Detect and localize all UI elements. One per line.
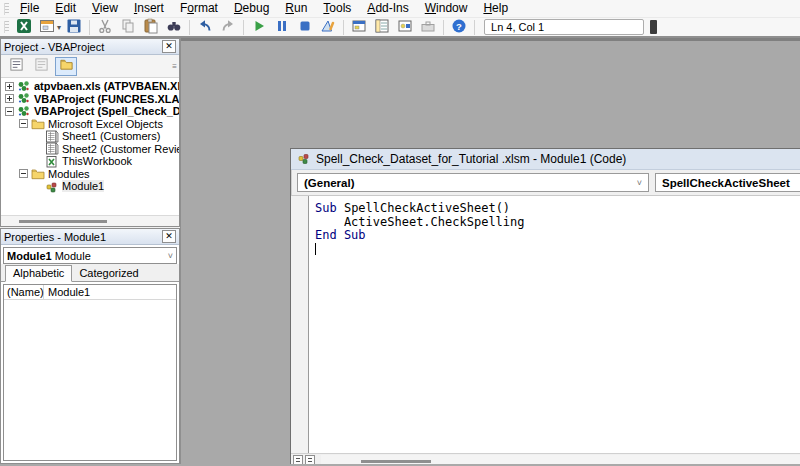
menu-edit[interactable]: Edit	[48, 0, 83, 17]
code-window-bottom-bar	[291, 453, 800, 464]
tab-alphabetic[interactable]: Alphabetic	[5, 265, 72, 282]
project-explorer-icon	[351, 18, 367, 37]
tree-item-sheet1[interactable]: Sheet1 (Customers)	[1, 130, 179, 143]
property-row-name[interactable]: (Name) Module1	[4, 285, 176, 300]
tree-item-modules-folder[interactable]: Modules	[1, 168, 179, 181]
paste-icon	[143, 18, 159, 37]
reset-button[interactable]	[295, 18, 315, 36]
toolbox-icon	[420, 18, 436, 37]
expand-icon[interactable]	[5, 94, 14, 103]
scrollbar-thumb[interactable]	[361, 460, 431, 463]
collapse-icon[interactable]	[5, 107, 14, 116]
tree-item-thisworkbook[interactable]: ThisWorkbook	[1, 155, 179, 168]
project-explorer-button[interactable]	[349, 18, 369, 36]
copy-button[interactable]	[118, 18, 138, 36]
insert-dropdown-caret[interactable]: ▾	[57, 23, 61, 32]
help-button[interactable]: ?	[449, 18, 469, 36]
margin-indicator-bar[interactable]	[291, 196, 309, 453]
procedure-dropdown[interactable]: SpellCheckActiveSheet	[655, 173, 800, 192]
close-icon[interactable]: ✕	[162, 40, 176, 53]
view-excel-button[interactable]	[14, 18, 34, 36]
property-value-cell[interactable]: Module1	[44, 286, 90, 298]
menu-debug[interactable]: Debug	[227, 0, 276, 17]
chevron-down-icon: ˅	[637, 178, 642, 188]
find-button[interactable]	[164, 18, 184, 36]
toolbar-separator	[189, 20, 190, 35]
properties-window-icon	[374, 18, 390, 37]
menu-run[interactable]: Run	[278, 0, 314, 17]
menu-tools[interactable]: Tools	[316, 0, 358, 17]
save-button[interactable]	[64, 18, 84, 36]
worksheet-icon	[45, 142, 59, 155]
break-button[interactable]	[272, 18, 292, 36]
properties-window-button[interactable]	[372, 18, 392, 36]
code-window-titlebar[interactable]: Spell_Check_Dataset_for_Tutorial .xlsm -…	[291, 149, 800, 170]
tab-categorized[interactable]: Categorized	[72, 266, 145, 281]
expand-icon[interactable]	[5, 82, 14, 91]
toolbar-separator	[343, 20, 344, 35]
toolbar-separator	[443, 20, 444, 35]
redo-button[interactable]	[218, 18, 238, 36]
menu-insert[interactable]: Insert	[127, 0, 171, 17]
cut-button[interactable]	[95, 18, 115, 36]
code-horizontal-scrollbar[interactable]	[321, 455, 800, 465]
run-button[interactable]	[249, 18, 269, 36]
help-icon: ?	[451, 18, 467, 37]
toolbar-grip[interactable]	[4, 21, 9, 33]
folder-icon	[31, 117, 45, 130]
paste-button[interactable]	[141, 18, 161, 36]
tree-item-excel-objects[interactable]: Microsoft Excel Objects	[1, 118, 179, 131]
collapse-icon[interactable]	[19, 169, 28, 178]
menu-add-ins[interactable]: Add-Ins	[360, 0, 415, 17]
tree-item-label: ThisWorkbook	[62, 155, 132, 167]
module-icon	[45, 180, 59, 193]
code-editor[interactable]: Sub SpellCheckActiveSheet() ActiveSheet.…	[309, 196, 800, 453]
menu-help[interactable]: Help	[476, 0, 515, 17]
tree-item-sheet2[interactable]: Sheet2 (Customer Review)	[1, 143, 179, 156]
module-icon	[297, 151, 311, 168]
object-selector-dropdown[interactable]: Module1 Module ˅	[3, 247, 177, 264]
properties-tabs: Alphabetic Categorized	[1, 264, 179, 282]
view-code-button[interactable]	[5, 57, 27, 76]
code-window-combos: (General) ˅ SpellCheckActiveSheet	[291, 170, 800, 195]
view-object-button[interactable]	[30, 57, 52, 76]
close-icon[interactable]: ✕	[162, 230, 176, 243]
panel-toolbar-grip[interactable]: ≡	[172, 62, 177, 71]
tree-item-label: Sheet2 (Customer Review)	[62, 143, 179, 155]
tree-item-atpvbaen[interactable]: atpvbaen.xls (ATPVBAEN.XLAM)	[1, 80, 179, 93]
selected-object-name: Module1	[7, 250, 52, 262]
copy-icon	[120, 18, 136, 37]
object-dropdown[interactable]: (General) ˅	[297, 173, 649, 192]
properties-panel-titlebar[interactable]: Properties - Module1 ✕	[1, 229, 179, 245]
insert-userform-button[interactable]	[37, 18, 57, 36]
menu-file[interactable]: File	[13, 0, 46, 17]
tree-item-funcres[interactable]: VBAProject (FUNCRES.XLAM)	[1, 93, 179, 106]
toolbox-button[interactable]	[418, 18, 438, 36]
procedure-view-button[interactable]	[293, 455, 303, 464]
undo-icon	[197, 18, 213, 37]
menu-view[interactable]: View	[85, 0, 125, 17]
object-browser-button[interactable]	[395, 18, 415, 36]
scrollbar-thumb[interactable]	[19, 220, 107, 223]
menu-format[interactable]: Format	[173, 0, 225, 17]
worksheet-icon	[45, 130, 59, 143]
collapse-icon[interactable]	[19, 119, 28, 128]
menu-window[interactable]: Window	[418, 0, 475, 17]
project-explorer-panel: Project - VBAProject ✕ ≡ atpvbaen.xls (A…	[0, 38, 180, 227]
project-horizontal-scrollbar[interactable]	[1, 215, 179, 226]
undo-button[interactable]	[195, 18, 215, 36]
cut-icon	[97, 18, 113, 37]
full-module-view-button[interactable]	[305, 455, 315, 464]
tree-item-spellcheck-project[interactable]: VBAProject (Spell_Check_Data	[1, 105, 179, 118]
project-panel-title: Project - VBAProject	[4, 41, 162, 53]
toolbar-separator	[474, 20, 475, 35]
tree-item-module1[interactable]: Module1	[1, 180, 179, 193]
standard-toolbar: ▾ ? Ln 4, Col 1	[0, 18, 800, 38]
menubar-grip[interactable]	[4, 3, 9, 15]
toolbar-options-grip[interactable]	[650, 20, 657, 34]
excel-icon	[16, 18, 32, 37]
project-panel-titlebar[interactable]: Project - VBAProject ✕	[1, 39, 179, 55]
toggle-folders-button[interactable]	[55, 57, 77, 76]
design-mode-button[interactable]	[318, 18, 338, 36]
code-line-1: Sub SpellCheckActiveSheet()	[315, 202, 800, 216]
